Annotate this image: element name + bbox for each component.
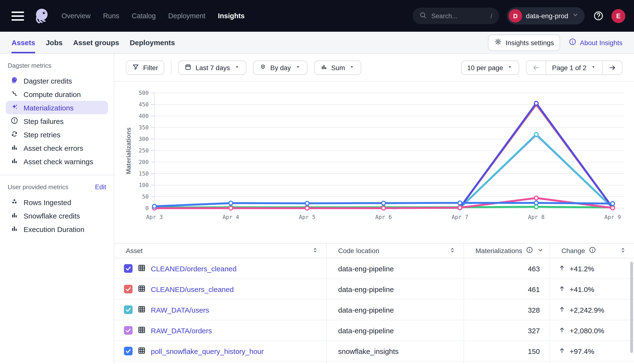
sidebar-item-materializations[interactable]: Materializations — [6, 101, 108, 114]
table-scrollbar-thumb[interactable] — [630, 262, 633, 353]
search-icon — [419, 11, 426, 20]
point-poll-snowflake-query-history-hour-4[interactable] — [458, 201, 462, 205]
about-insights-link[interactable]: About Insights — [569, 38, 622, 47]
sidebar-item-asset-check-errors[interactable]: Asset check errors — [6, 141, 108, 155]
per-page-button[interactable]: 10 per page — [461, 60, 519, 75]
dagster-logo-icon[interactable] — [33, 7, 51, 25]
tab-deployments[interactable]: Deployments — [130, 32, 175, 53]
filter-button[interactable]: Filter — [126, 60, 164, 75]
tab-jobs[interactable]: Jobs — [46, 32, 62, 53]
sort-icon — [449, 246, 456, 253]
date-range-button[interactable]: Last 7 days — [178, 60, 246, 75]
sort-desc-icon[interactable] — [537, 246, 544, 255]
point-raw-data-users-5[interactable] — [534, 132, 538, 136]
nav-insights[interactable]: Insights — [218, 12, 244, 20]
deployment-badge: D — [509, 9, 522, 22]
user-avatar[interactable]: E — [612, 9, 625, 23]
arrowright-icon — [608, 64, 616, 71]
sidebar-item-execution-duration[interactable]: Execution Duration — [6, 222, 108, 236]
nav-catalog[interactable]: Catalog — [132, 12, 156, 20]
column-header-asset[interactable]: Asset — [114, 244, 326, 258]
nav-runs[interactable]: Runs — [103, 12, 119, 20]
info-icon — [526, 246, 534, 254]
svg-text:350: 350 — [138, 124, 149, 130]
asset-cell: poll_snowflake_query_history_hour — [114, 341, 326, 361]
tab-assets[interactable]: Assets — [12, 32, 35, 53]
tab-asset-groups[interactable]: Asset groups — [73, 32, 119, 53]
code-location-cell: data-eng-pipeline — [326, 258, 464, 278]
refresh-icon — [10, 130, 18, 138]
point-asset-pink-partial-row-6[interactable] — [611, 206, 614, 210]
asset-link[interactable]: poll_snowflake_query_history_hour — [151, 347, 264, 355]
point-asset-green-offscreen-row-5[interactable] — [534, 205, 538, 209]
point-asset-pink-partial-row-1[interactable] — [229, 206, 233, 210]
sidebar-item-asset-check-warnings[interactable]: Asset check warnings — [6, 155, 108, 168]
deployment-switcher[interactable]: D data-eng-prod — [507, 7, 584, 24]
info-icon[interactable] — [526, 246, 534, 255]
insights-settings-button[interactable]: Insights settings — [488, 34, 560, 51]
point-poll-snowflake-query-history-hour-0[interactable] — [152, 204, 156, 208]
main-panel: Filter Last 7 days By day Sum — [114, 54, 634, 364]
change-cell: +2,242.9% — [550, 300, 634, 320]
row-checkbox[interactable] — [124, 264, 132, 273]
granularity-button[interactable]: By day — [253, 60, 307, 75]
column-header-change[interactable]: Change — [550, 244, 634, 258]
insights-tabs: AssetsJobsAsset groupsDeployments — [12, 32, 175, 53]
point-poll-snowflake-query-history-hour-3[interactable] — [382, 201, 386, 205]
edit-metrics-link[interactable]: Edit — [95, 183, 106, 190]
sidebar-item-label: Materializations — [24, 104, 74, 112]
point-asset-pink-partial-row-5[interactable] — [534, 196, 538, 200]
sidebar-item-rows-ingested[interactable]: Rows Ingested — [6, 196, 108, 209]
asset-link[interactable]: CLEANED/users_cleaned — [151, 285, 234, 293]
series-raw-data-orders — [154, 135, 613, 208]
sort-icon[interactable] — [449, 246, 456, 255]
point-poll-snowflake-query-history-hour-1[interactable] — [229, 201, 233, 205]
bars-icon — [10, 224, 18, 234]
column-header-code-location[interactable]: Code location — [326, 244, 464, 258]
point-cleaned-orders-cleaned-5[interactable] — [534, 101, 538, 105]
hamburger-menu-icon[interactable] — [12, 10, 24, 22]
asset-link[interactable]: RAW_DATA/users — [151, 306, 209, 314]
point-asset-pink-partial-row-3[interactable] — [382, 206, 386, 210]
asset-link[interactable]: CLEANED/orders_cleaned — [151, 264, 236, 272]
sidebar-item-snowflake-credits[interactable]: Snowflake credits — [6, 209, 108, 222]
row-checkbox[interactable] — [124, 285, 132, 294]
nav-deployment[interactable]: Deployment — [168, 12, 206, 20]
nav-overview[interactable]: Overview — [62, 12, 90, 20]
point-asset-pink-partial-row-4[interactable] — [458, 206, 462, 210]
asset-link[interactable]: RAW_DATA/orders — [151, 326, 212, 334]
help-button[interactable] — [593, 10, 604, 21]
octopus-icon — [10, 76, 18, 85]
point-poll-snowflake-query-history-hour-6[interactable] — [611, 202, 614, 206]
calendar-icon — [184, 63, 192, 70]
alert-icon — [10, 116, 18, 126]
page-select-button[interactable]: Page 1 of 2 — [546, 61, 602, 74]
search-input[interactable] — [430, 12, 487, 20]
aggregation-button[interactable]: Sum — [314, 60, 362, 75]
point-asset-pink-partial-row-2[interactable] — [305, 206, 309, 210]
info-icon[interactable] — [589, 246, 596, 255]
row-checkbox[interactable] — [124, 306, 132, 314]
column-header-materializations[interactable]: Materializations — [464, 244, 550, 258]
caret-down-icon — [234, 64, 240, 71]
sidebar-item-compute-duration[interactable]: Compute duration — [6, 88, 108, 101]
point-poll-snowflake-query-history-hour-5[interactable] — [534, 201, 538, 205]
svg-text:Apr 8: Apr 8 — [528, 214, 544, 220]
row-checkbox[interactable] — [124, 347, 132, 355]
sidebar-item-step-retries[interactable]: Step retries — [6, 128, 108, 141]
bars-icon — [10, 143, 18, 152]
sidebar-item-dagster-credits[interactable]: Dagster credits — [6, 74, 108, 88]
sidebar-item-label: Asset check warnings — [24, 157, 93, 166]
global-search[interactable]: / — [412, 8, 499, 24]
next-page-button[interactable] — [603, 61, 622, 74]
check-icon — [125, 306, 132, 313]
sidebar-section-header: User provided metricsEdit — [0, 182, 114, 192]
sort-icon[interactable] — [620, 246, 626, 255]
point-poll-snowflake-query-history-hour-2[interactable] — [305, 202, 309, 205]
sort-icon[interactable] — [312, 246, 318, 255]
row-checkbox[interactable] — [124, 326, 132, 335]
asset-cell: CLEANED/users_cleaned — [114, 279, 326, 299]
sidebar-item-step-failures[interactable]: Step failures — [6, 114, 108, 128]
insights-settings-label: Insights settings — [506, 39, 554, 46]
prev-page-button[interactable] — [527, 61, 546, 74]
